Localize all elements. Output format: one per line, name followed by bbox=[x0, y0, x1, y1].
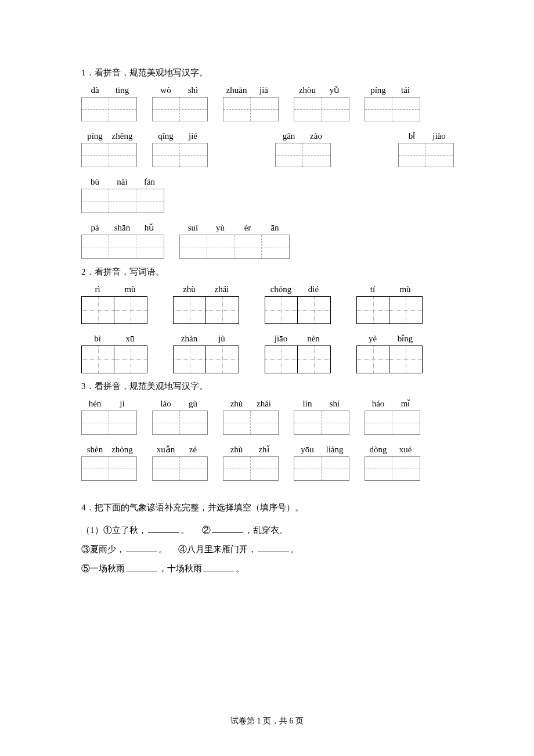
writing-grid[interactable] bbox=[398, 143, 454, 167]
writing-grid[interactable] bbox=[223, 411, 279, 435]
writing-grid[interactable] bbox=[294, 411, 349, 435]
writing-cell[interactable] bbox=[109, 189, 136, 213]
writing-cell[interactable] bbox=[303, 143, 330, 167]
writing-grid[interactable] bbox=[81, 296, 147, 324]
writing-cell[interactable] bbox=[114, 297, 147, 323]
writing-cell[interactable] bbox=[109, 235, 136, 258]
writing-cell[interactable] bbox=[206, 297, 239, 323]
writing-cell[interactable] bbox=[174, 297, 206, 323]
writing-grid[interactable] bbox=[365, 411, 420, 435]
writing-cell[interactable] bbox=[82, 235, 109, 258]
writing-grid[interactable] bbox=[173, 345, 239, 373]
writing-cell[interactable] bbox=[365, 98, 392, 121]
writing-grid[interactable] bbox=[152, 456, 208, 481]
writing-cell[interactable] bbox=[251, 457, 278, 480]
writing-grid[interactable] bbox=[223, 97, 279, 121]
writing-cell[interactable] bbox=[109, 143, 136, 167]
writing-cell[interactable] bbox=[357, 346, 389, 373]
writing-cell[interactable] bbox=[399, 143, 426, 167]
writing-grid[interactable] bbox=[275, 143, 331, 167]
writing-cell[interactable] bbox=[180, 98, 207, 121]
writing-cell[interactable] bbox=[153, 457, 180, 480]
writing-grid[interactable] bbox=[179, 235, 290, 259]
writing-cell[interactable] bbox=[276, 143, 303, 167]
writing-cell[interactable] bbox=[82, 297, 114, 323]
writing-cell[interactable] bbox=[251, 411, 278, 434]
writing-cell[interactable] bbox=[82, 411, 109, 434]
writing-cell[interactable] bbox=[109, 457, 136, 480]
writing-cell[interactable] bbox=[153, 143, 180, 167]
writing-cell[interactable] bbox=[82, 457, 109, 480]
writing-cell[interactable] bbox=[153, 411, 180, 434]
writing-cell[interactable] bbox=[298, 297, 330, 323]
writing-grid[interactable] bbox=[152, 411, 208, 435]
writing-cell[interactable] bbox=[82, 346, 114, 373]
writing-cell[interactable] bbox=[294, 457, 322, 480]
writing-cell[interactable] bbox=[136, 189, 164, 213]
writing-grid[interactable] bbox=[81, 97, 137, 121]
writing-cell[interactable] bbox=[207, 235, 234, 258]
writing-cell[interactable] bbox=[262, 235, 289, 258]
writing-cell[interactable] bbox=[365, 411, 392, 434]
writing-grid[interactable] bbox=[265, 296, 331, 324]
writing-cell[interactable] bbox=[136, 235, 164, 258]
blank[interactable] bbox=[126, 543, 157, 552]
writing-cell[interactable] bbox=[82, 98, 109, 121]
writing-cell[interactable] bbox=[153, 98, 180, 121]
writing-cell[interactable] bbox=[180, 411, 207, 434]
writing-cell[interactable] bbox=[322, 411, 349, 434]
writing-cell[interactable] bbox=[251, 98, 278, 121]
writing-cell[interactable] bbox=[180, 235, 207, 258]
writing-cell[interactable] bbox=[223, 457, 251, 480]
writing-cell[interactable] bbox=[294, 98, 322, 121]
writing-grid[interactable] bbox=[152, 143, 208, 167]
writing-cell[interactable] bbox=[223, 98, 251, 121]
writing-grid[interactable] bbox=[294, 97, 349, 121]
writing-cell[interactable] bbox=[426, 143, 453, 167]
writing-cell[interactable] bbox=[322, 98, 349, 121]
writing-cell[interactable] bbox=[180, 457, 207, 480]
writing-cell[interactable] bbox=[392, 411, 420, 434]
writing-cell[interactable] bbox=[389, 346, 422, 373]
writing-cell[interactable] bbox=[109, 98, 136, 121]
writing-cell[interactable] bbox=[389, 297, 422, 323]
blank[interactable] bbox=[258, 543, 289, 552]
writing-grid[interactable] bbox=[365, 97, 420, 121]
writing-grid[interactable] bbox=[81, 456, 137, 481]
writing-cell[interactable] bbox=[357, 297, 389, 323]
blank[interactable] bbox=[212, 524, 243, 533]
blank[interactable] bbox=[203, 562, 234, 571]
writing-grid[interactable] bbox=[294, 456, 349, 481]
writing-cell[interactable] bbox=[109, 411, 136, 434]
writing-cell[interactable] bbox=[223, 411, 251, 434]
writing-cell[interactable] bbox=[392, 98, 420, 121]
writing-grid[interactable] bbox=[81, 189, 164, 213]
writing-grid[interactable] bbox=[81, 411, 137, 435]
writing-cell[interactable] bbox=[114, 346, 147, 373]
writing-cell[interactable] bbox=[174, 346, 206, 373]
writing-grid[interactable] bbox=[152, 97, 208, 121]
writing-grid[interactable] bbox=[356, 296, 423, 324]
writing-cell[interactable] bbox=[234, 235, 262, 258]
writing-cell[interactable] bbox=[265, 297, 298, 323]
writing-cell[interactable] bbox=[265, 346, 298, 373]
writing-grid[interactable] bbox=[265, 345, 331, 373]
writing-grid[interactable] bbox=[365, 456, 420, 481]
writing-cell[interactable] bbox=[392, 457, 420, 480]
writing-cell[interactable] bbox=[294, 411, 322, 434]
writing-cell[interactable] bbox=[82, 143, 109, 167]
writing-cell[interactable] bbox=[365, 457, 392, 480]
writing-grid[interactable] bbox=[223, 456, 279, 481]
writing-cell[interactable] bbox=[180, 143, 207, 167]
writing-cell[interactable] bbox=[322, 457, 349, 480]
writing-grid[interactable] bbox=[173, 296, 239, 324]
blank[interactable] bbox=[126, 562, 157, 571]
writing-grid[interactable] bbox=[81, 143, 137, 167]
writing-grid[interactable] bbox=[81, 345, 147, 373]
writing-grid[interactable] bbox=[356, 345, 423, 373]
writing-cell[interactable] bbox=[298, 346, 330, 373]
writing-grid[interactable] bbox=[81, 235, 164, 259]
writing-cell[interactable] bbox=[82, 189, 109, 213]
writing-cell[interactable] bbox=[206, 346, 239, 373]
blank[interactable] bbox=[148, 524, 179, 533]
